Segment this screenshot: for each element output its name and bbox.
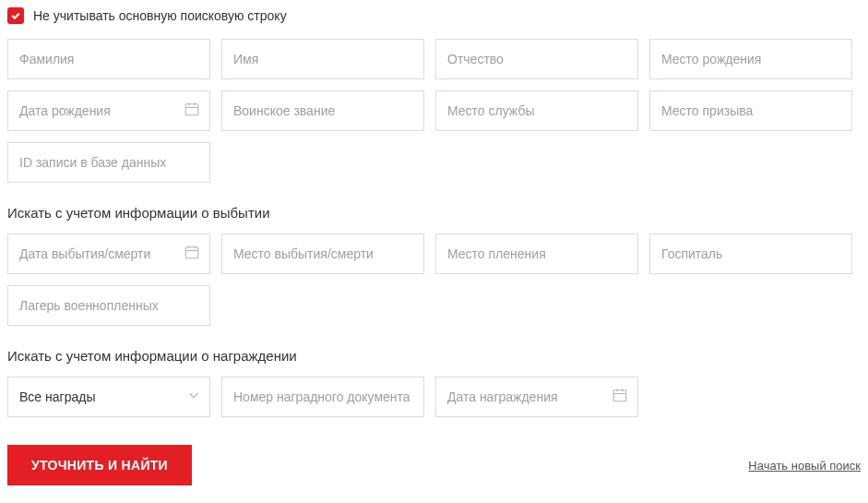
award-date-input[interactable] [447,389,626,404]
birthdate-field[interactable] [7,90,210,131]
departure-place-input[interactable] [233,246,412,261]
ignore-main-search-checkbox[interactable] [7,7,24,24]
birthplace-input[interactable] [661,52,840,66]
award-doc-number-input[interactable] [233,389,412,404]
departure-place-field[interactable] [221,234,424,274]
draft-place-input[interactable] [661,103,840,118]
lastname-input[interactable] [19,52,198,66]
firstname-field[interactable] [221,39,424,79]
pow-camp-input[interactable] [19,298,198,313]
draft-place-field[interactable] [649,90,852,131]
hospital-input[interactable] [661,246,840,261]
record-id-field[interactable] [7,142,210,183]
service-place-field[interactable] [435,90,638,131]
departure-date-field[interactable] [7,234,210,274]
rank-field[interactable] [221,90,424,131]
birthdate-input[interactable] [19,103,198,118]
check-icon [10,10,21,21]
ignore-main-search-label: Не учитывать основную поисковую строку [33,8,287,23]
patronymic-field[interactable] [435,39,638,79]
firstname-input[interactable] [233,52,412,66]
capture-place-field[interactable] [435,234,638,274]
pow-camp-field[interactable] [7,285,210,326]
award-select[interactable]: Все награды [7,377,210,417]
departure-date-input[interactable] [19,246,198,261]
new-search-link[interactable]: Начать новый поиск [748,459,861,473]
rank-input[interactable] [233,103,412,118]
submit-button[interactable]: УТОЧНИТЬ И НАЙТИ [7,445,192,485]
hospital-field[interactable] [649,234,852,274]
award-date-field[interactable] [435,377,638,417]
patronymic-input[interactable] [447,52,626,66]
capture-place-input[interactable] [447,246,626,261]
service-place-input[interactable] [447,103,626,118]
birthplace-field[interactable] [649,39,852,79]
chevron-down-icon [187,389,200,405]
lastname-field[interactable] [7,39,210,79]
award-doc-number-field[interactable] [221,377,424,417]
record-id-input[interactable] [19,155,198,170]
award-select-label: Все награды [19,389,95,404]
awards-section-title: Искать с учетом информации о награждении [7,348,861,364]
departure-section-title: Искать с учетом информации о выбытии [7,205,861,221]
